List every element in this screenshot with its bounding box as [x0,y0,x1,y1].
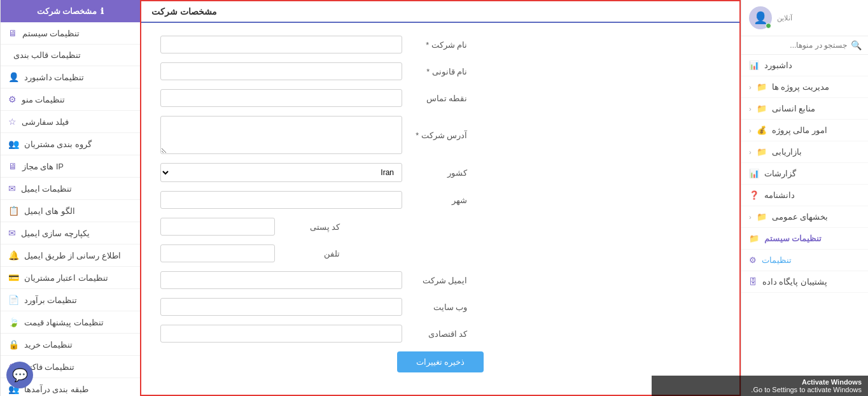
sidebar-title: مشخصات شرکت [37,6,97,16]
online-indicator [766,23,771,29]
sidebar-item-menu-settings[interactable]: تنظیمات منو⚙ [1,88,140,111]
sidebar-item-customer-credit[interactable]: تنظیمات اعتبار مشتریان💳 [1,267,140,289]
nav-item-system-settings-nav[interactable]: تنظیمات سیستم📁 [741,228,868,250]
company-address-input[interactable] [160,116,402,154]
nav-icon: ❓ [749,190,759,200]
nav-item-public-sections[interactable]: بخشهای عمومی📁‹ [741,206,868,228]
sidebar-item-email-templates[interactable]: الگو های ایمیل📋 [1,200,140,222]
sidebar-item-estimate-settings[interactable]: تنظیمات برآورد📄 [1,289,140,311]
nav-label: تنظیمات سیستم [764,234,822,243]
chevron-icon: ‹ [749,83,752,91]
sidebar-icon: 🔔 [8,250,19,260]
nav-label: بازاریابی [772,147,802,157]
sidebar-item-email-notify[interactable]: اطلاع رسانی از طریق ایمیل🔔 [1,244,140,267]
website-label: وب سایت [410,302,467,312]
country-row: کشور Iran [160,163,720,182]
search-input[interactable] [748,41,847,50]
sidebar-item-template-settings[interactable]: تنظیمات قالب بندی [1,45,140,66]
legal-name-label: نام قانونی * [410,67,467,76]
website-input[interactable] [160,298,402,316]
nav-item-project-management[interactable]: مدیریت پروژه ها📁‹ [741,76,868,98]
nav-label: مدیریت پروژه ها [772,82,829,92]
company-address-row: آدرس شرکت * [160,116,720,154]
sidebar-icon: 📄 [8,295,19,305]
activation-sub: Go to Settings to activate Windows. [658,386,862,393]
sidebar-label: گروه بندی مشتریان [24,139,92,149]
sidebar-label: فیلد سفارشی [22,117,69,127]
city-row: شهر [160,191,720,209]
nav-icon: ⚙ [749,255,757,265]
nav-item-reports[interactable]: گزارشات📊 [741,163,868,185]
left-nav: آنلاین 👤 🔍 داشبورد📊مدیریت پروژه ها📁‹مناب… [741,0,868,396]
avatar: 👤 [749,6,772,29]
sidebar-label: IP های مجاز [22,162,64,171]
nav-icon: 📁 [757,104,767,113]
save-button[interactable]: ذخیره تغییرات [397,351,484,372]
sidebar-icon: 🖥 [8,28,17,38]
phone-input[interactable] [160,244,275,262]
economic-code-label: کد اقتصادی [410,329,467,339]
sidebar-item-allowed-ips[interactable]: IP های مجاز🖥 [1,155,140,178]
nav-item-encyclopedia[interactable]: دانشنامه❓ [741,185,868,206]
main-content: مشخصات شرکت نام شرکت * نام قانونی * نقطه… [140,0,741,396]
chevron-icon: ‹ [749,148,752,156]
sidebar-item-dashboard-settings[interactable]: تنظیمات داشبورد👤 [1,66,140,88]
nav-item-human-resources[interactable]: منابع انسانی📁‹ [741,98,868,120]
contact-point-input[interactable] [160,89,402,107]
nav-item-settings-nav[interactable]: تنظیمات⚙ [741,250,868,271]
sidebar-item-system-settings[interactable]: تنظیمات سیستم🖥 [1,22,140,45]
company-email-row: ایمیل شرکت [160,271,720,289]
nav-label: داشبورد [764,60,792,70]
sidebar-label: اطلاع رسانی از طریق ایمیل [24,251,121,260]
sidebar-label: تنظیمات داشبورد [24,73,84,82]
nav-item-dashboard[interactable]: داشبورد📊 [741,55,868,76]
company-email-input[interactable] [160,271,402,289]
nav-icon: 📁 [749,234,759,243]
sidebar-label: تنظیمات سیستم [22,29,80,38]
postal-code-input[interactable] [160,218,275,236]
chevron-icon: ‹ [749,127,752,134]
company-name-input[interactable] [160,36,402,53]
nav-label: منابع انسانی [772,104,815,113]
main-header: مشخصات شرکت [141,1,739,23]
legal-name-row: نام قانونی * [160,62,720,80]
nav-label: تنظیمات [762,255,792,265]
chat-bubble[interactable]: 💬 [6,362,33,388]
nav-label: گزارشات [764,169,796,178]
nav-icon: 📊 [749,169,759,178]
company-email-label: ایمیل شرکت [410,276,467,285]
nav-item-marketing[interactable]: بازاریابی📁‹ [741,141,868,163]
sidebar-icon: 👥 [8,139,19,149]
sidebar-item-email-settings[interactable]: تنظیمات ایمیل✉ [1,178,140,200]
sidebar-label: تنظیمات قالب بندی [13,50,81,60]
sidebar-label: طبقه بندی درآمدها [24,385,88,394]
nav-icon: 💰 [757,125,767,135]
nav-icon: 📊 [749,60,759,70]
nav-icon: 📁 [757,147,767,157]
nav-item-financial[interactable]: امور مالی پروژه💰‹ [741,120,868,141]
legal-name-input[interactable] [160,62,402,80]
nav-label: بخشهای عمومی [772,212,828,222]
sidebar-label: یکپارچه سازی ایمیل [21,229,90,238]
sidebar-item-purchase-settings[interactable]: تنظیمات خرید🔒 [1,334,140,356]
sidebar-icon: 💳 [8,272,19,283]
economic-code-input[interactable] [160,325,402,343]
city-label: شهر [410,195,467,205]
nav-icon: 📁 [757,212,767,222]
nav-item-database[interactable]: پشتیبان پایگاه داده🗄 [741,271,868,293]
sidebar-item-proposal-settings[interactable]: تنظیمات پیشنهاد قیمت🍃 [1,311,140,334]
save-btn-row: ذخیره تغییرات [160,351,720,383]
city-input[interactable] [160,191,402,209]
sidebar-item-order-fields[interactable]: فیلد سفارشی☆ [1,111,140,133]
country-select[interactable]: Iran [160,163,402,182]
left-nav-top: آنلاین 👤 [741,0,868,36]
user-status: آنلاین [777,14,792,22]
sidebar-label: تنظیمات پیشنهاد قیمت [24,318,104,327]
sidebar-icon: ✉ [8,228,16,238]
search-box[interactable]: 🔍 [741,36,868,55]
sidebar-icon: ✉ [8,183,16,194]
sidebar-item-email-backups[interactable]: یکپارچه سازی ایمیل✉ [1,222,140,244]
chevron-icon: ‹ [749,105,752,113]
sidebar-item-customer-groups[interactable]: گروه بندی مشتریان👥 [1,133,140,155]
phone-label: تلفن [283,249,340,258]
